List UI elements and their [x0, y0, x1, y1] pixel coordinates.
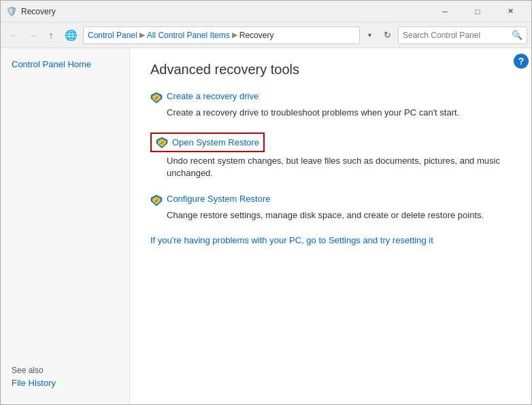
breadcrumb-dropdown-button[interactable]: ▾: [363, 27, 376, 44]
item-group-system-restore: ✓ Open System Restore Undo recent system…: [150, 133, 511, 179]
breadcrumb-sep2: ▶: [232, 31, 237, 39]
open-system-restore-highlight: ✓ Open System Restore: [150, 133, 265, 152]
up-button[interactable]: ↑: [43, 27, 59, 43]
window: 🛡️ Recovery ─ □ ✕ ← → ↑ 🌐 Control Panel …: [0, 0, 532, 405]
window-title: Recovery: [21, 7, 429, 16]
sidebar-item-control-panel-home[interactable]: Control Panel Home: [1, 56, 129, 72]
recovery-drive-description: Create a recovery drive to troubleshoot …: [167, 107, 511, 119]
item-row-configure-restore: ✓ Configure System Restore: [150, 194, 511, 207]
title-bar: 🛡️ Recovery ─ □ ✕: [1, 1, 531, 22]
create-recovery-drive-link[interactable]: Create a recovery drive: [167, 91, 259, 101]
back-button[interactable]: ←: [5, 27, 21, 43]
configure-system-restore-link[interactable]: Configure System Restore: [167, 194, 270, 204]
configure-restore-description: Change restore settings, manage disk spa…: [167, 209, 511, 222]
close-button[interactable]: ✕: [495, 1, 526, 22]
location-icon: 🌐: [65, 29, 78, 41]
svg-text:✓: ✓: [154, 95, 159, 101]
shield-icon-configure-restore: ✓: [150, 194, 163, 207]
help-button[interactable]: ?: [514, 54, 529, 69]
sidebar-item-file-history[interactable]: File History: [12, 378, 118, 388]
shield-icon-recovery-drive: ✓: [150, 92, 163, 104]
item-group-configure-restore: ✓ Configure System Restore Change restor…: [150, 194, 511, 222]
svg-text:✓: ✓: [154, 198, 159, 204]
breadcrumb-control-panel[interactable]: Control Panel: [88, 31, 137, 40]
sidebar-bottom: See also File History: [1, 357, 129, 396]
settings-paragraph: If you're having problems with your PC, …: [150, 235, 511, 245]
main-wrapper: Advanced recovery tools ✓ Create a recov…: [130, 48, 531, 404]
shield-icon-system-restore: ✓: [156, 137, 168, 149]
search-box[interactable]: 🔍: [398, 27, 527, 44]
sidebar-top: Control Panel Home: [1, 56, 129, 72]
search-icon: 🔍: [512, 30, 522, 40]
open-system-restore-link[interactable]: Open System Restore: [172, 137, 259, 147]
refresh-button[interactable]: ↻: [379, 27, 395, 43]
minimize-button[interactable]: ─: [429, 1, 461, 22]
item-group-recovery-drive: ✓ Create a recovery drive Create a recov…: [150, 91, 511, 119]
system-restore-description: Undo recent system changes, but leave fi…: [167, 155, 511, 179]
main-panel: Advanced recovery tools ✓ Create a recov…: [130, 48, 531, 404]
item-row-recovery-drive: ✓ Create a recovery drive: [150, 91, 511, 104]
address-field[interactable]: Control Panel ▶ All Control Panel Items …: [83, 27, 360, 44]
see-also-label: See also: [12, 366, 118, 375]
sidebar: Control Panel Home See also File History: [1, 48, 130, 404]
svg-text:✓: ✓: [160, 140, 165, 146]
maximize-button[interactable]: □: [462, 1, 493, 22]
search-input[interactable]: [403, 31, 509, 40]
window-icon: 🛡️: [6, 6, 17, 17]
breadcrumb-sep1: ▶: [139, 31, 145, 39]
breadcrumb-recovery: Recovery: [239, 31, 274, 40]
page-title: Advanced recovery tools: [150, 62, 511, 77]
content-area: Control Panel Home See also File History…: [1, 48, 531, 404]
forward-button[interactable]: →: [24, 27, 40, 43]
window-controls: ─ □ ✕: [429, 1, 526, 22]
settings-reset-link[interactable]: If you're having problems with your PC, …: [150, 235, 433, 245]
breadcrumb-all-items[interactable]: All Control Panel Items: [147, 31, 230, 40]
address-bar: ← → ↑ 🌐 Control Panel ▶ All Control Pane…: [1, 22, 531, 48]
